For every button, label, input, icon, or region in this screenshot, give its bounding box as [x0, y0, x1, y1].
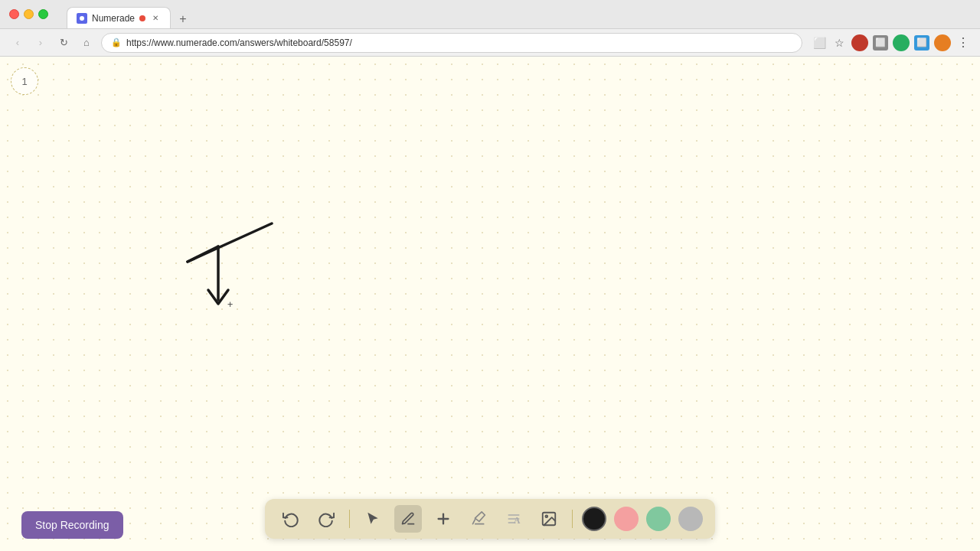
color-green-swatch[interactable] [646, 507, 671, 531]
home-button[interactable]: ⌂ [78, 34, 95, 51]
back-button[interactable]: ‹ [9, 34, 26, 51]
tab-bar: Numerade ✕ + [67, 0, 192, 28]
stop-recording-button[interactable]: Stop Recording [21, 511, 123, 539]
tab-close-button[interactable]: ✕ [150, 13, 161, 24]
eraser-tool-button[interactable] [465, 505, 492, 533]
bookmark-icon[interactable]: ☆ [831, 35, 847, 51]
extension-4-icon[interactable]: ⬜ [914, 35, 929, 51]
svg-text:+: + [227, 299, 233, 310]
cast-icon[interactable]: ⬜ [812, 35, 827, 51]
minimize-window-button[interactable] [24, 9, 34, 19]
forward-button[interactable]: › [32, 34, 49, 51]
color-pink-swatch[interactable] [614, 507, 639, 531]
redo-button[interactable] [312, 505, 340, 533]
extension-2-icon[interactable]: ⬜ [873, 35, 888, 51]
url-text: https://www.numerade.com/answers/whitebo… [126, 37, 352, 48]
more-menu-button[interactable]: ⋮ [956, 35, 971, 51]
drawing-svg: + [0, 57, 980, 551]
page-number-badge: 1 [11, 67, 38, 95]
maximize-window-button[interactable] [38, 9, 48, 19]
whiteboard-canvas[interactable]: 1 + Stop Recording [0, 57, 980, 551]
add-element-button[interactable] [430, 505, 457, 533]
extension-icons: ⬜ ☆ ⬜ ⬜ ⋮ [812, 34, 971, 51]
extension-5-icon[interactable] [934, 34, 951, 51]
text-tool-button[interactable]: A [500, 505, 528, 533]
refresh-button[interactable]: ↻ [55, 34, 72, 51]
toolbar-divider-2 [572, 510, 573, 528]
tab-recording-dot [139, 15, 145, 21]
toolbar-divider-1 [349, 510, 350, 528]
bottom-toolbar: A [265, 499, 715, 539]
tab-favicon [77, 13, 87, 24]
lock-icon: 🔒 [111, 37, 122, 47]
tab-favicon-inner [80, 16, 84, 21]
pen-tool-button[interactable] [394, 505, 422, 533]
svg-line-1 [188, 246, 218, 262]
select-tool-button[interactable] [359, 505, 387, 533]
image-insert-button[interactable] [535, 505, 563, 533]
color-gray-swatch[interactable] [678, 507, 703, 531]
traffic-lights [9, 9, 48, 19]
active-tab[interactable]: Numerade ✕ [67, 7, 171, 28]
browser-frame: Numerade ✕ + ‹ › ↻ ⌂ 🔒 https://www.numer… [0, 0, 980, 551]
extension-1-icon[interactable] [851, 34, 868, 51]
color-black-swatch[interactable] [582, 507, 606, 531]
extension-3-icon[interactable] [893, 34, 910, 51]
undo-button[interactable] [277, 505, 305, 533]
svg-point-11 [545, 515, 547, 517]
tab-title: Numerade [92, 13, 135, 24]
address-bar: ‹ › ↻ ⌂ 🔒 https://www.numerade.com/answe… [0, 29, 980, 57]
close-window-button[interactable] [9, 9, 19, 19]
svg-text:A: A [514, 516, 521, 526]
title-bar: Numerade ✕ + [0, 0, 980, 29]
svg-line-0 [188, 223, 272, 262]
new-tab-button[interactable]: + [174, 10, 192, 28]
url-bar[interactable]: 🔒 https://www.numerade.com/answers/white… [101, 33, 802, 53]
